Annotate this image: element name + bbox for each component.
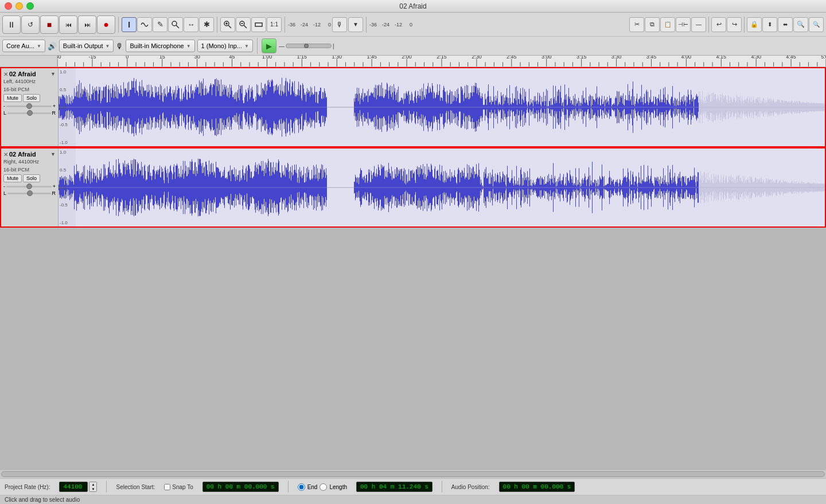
gain-plus-right[interactable]: + [53, 183, 56, 189]
track-left-gain: - + [3, 103, 56, 109]
zoom-tool[interactable] [168, 17, 183, 32]
maximize-button[interactable] [26, 2, 34, 10]
trim-button[interactable]: ⊣⊢ [676, 17, 691, 32]
fit-zoom-button[interactable] [251, 17, 266, 32]
toolbar-area: ⏸ ↺ ■ ⏮ ⏭ ● I ✎ ↔ ✱ [0, 13, 826, 56]
gain-thumb-left[interactable] [26, 103, 32, 109]
rate-slider[interactable] [286, 44, 332, 48]
record-button[interactable]: ● [97, 15, 115, 34]
mic-icon[interactable]: 🎙 [332, 17, 347, 32]
start-time-display: 00 h 00 m 00.000 s [202, 482, 279, 492]
audio-host-dropdown[interactable]: Core Au... ▼ [2, 40, 45, 52]
project-rate-label: Project Rate (Hz): [5, 484, 50, 490]
track-left-waveform[interactable]: 1.0 0.5 0.0 -0.5 -1.0 [59, 68, 825, 146]
pan-slider-right[interactable] [7, 193, 50, 194]
track-right-mute[interactable]: Mute [3, 174, 22, 182]
svg-line-1 [176, 25, 179, 28]
rate-up-btn[interactable]: ▲ [89, 482, 96, 487]
transport-controls: ⏸ ↺ ■ ⏮ ⏭ ● [2, 15, 115, 34]
undo-button[interactable]: ↩ [711, 17, 726, 32]
input-dropdown[interactable]: Built-in Microphone ▼ [126, 40, 194, 52]
speaker-icon: 🔊 [48, 42, 57, 50]
track-right-name: 02 Afraid [9, 151, 49, 158]
snap-to-group: Snap To [164, 484, 193, 490]
audio-position-display: 00 h 00 m 00.000 s [499, 482, 575, 492]
silence-button[interactable]: — [691, 17, 706, 32]
empty-track-area [0, 228, 826, 470]
length-radio[interactable] [320, 483, 327, 491]
skip-back-button[interactable]: ⏮ [59, 15, 77, 34]
status-controls-row: Project Rate (Hz): 44100 ▲ ▼ Selection S… [0, 479, 826, 495]
envelope-tool[interactable] [137, 17, 152, 32]
end-radio[interactable] [298, 483, 305, 491]
project-rate-group: Project Rate (Hz): [5, 484, 50, 490]
close-button[interactable] [5, 2, 12, 10]
gain-slider-right[interactable] [6, 186, 52, 187]
hint-text: Click and drag to select audio [5, 497, 80, 503]
audio-host-label: Core Au... [6, 42, 34, 49]
output-dropdown[interactable]: Built-in Output ▼ [59, 40, 114, 52]
output-arrow: ▼ [106, 44, 110, 49]
pan-thumb-right[interactable] [27, 190, 33, 196]
play-button[interactable]: ▶ [262, 38, 276, 53]
stop-button[interactable]: ■ [40, 15, 59, 34]
zoom-in-tracks-button[interactable]: 🔍 [809, 17, 824, 32]
scrollbar-track[interactable] [1, 471, 825, 477]
snap-to-checkbox[interactable] [164, 484, 170, 490]
redo-button[interactable]: ↪ [727, 17, 742, 32]
mic-dropdown[interactable]: ▼ [348, 17, 363, 32]
input-arrow: ▼ [186, 44, 191, 49]
timeshift-tool[interactable]: ↔ [184, 17, 198, 32]
gain-thumb-right[interactable] [26, 183, 32, 189]
horizontal-scrollbar[interactable] [0, 470, 826, 479]
rewind-button[interactable]: ↺ [21, 15, 40, 34]
pan-l-right: L [3, 190, 6, 196]
zoom-in-button[interactable] [220, 17, 235, 32]
window-controls[interactable] [5, 2, 34, 10]
multi-tool[interactable]: ✱ [199, 17, 214, 32]
track-left: ✕ 02 Afraid ▼ Left, 44100Hz 16-bit PCM M… [0, 67, 826, 147]
sep-r1 [708, 17, 709, 33]
pan-slider-left[interactable] [7, 112, 50, 114]
gain-slider-left[interactable] [6, 106, 52, 107]
track-right-waveform[interactable]: 1.0 0.5 0.0 -0.5 -1.0 [59, 149, 825, 226]
draw-tool[interactable]: ✎ [153, 17, 167, 32]
zoom-fit-horiz-button[interactable]: ⬌ [778, 17, 793, 32]
project-rate-stepper[interactable]: ▲ ▼ [89, 482, 97, 492]
paste-button[interactable]: 📋 [660, 17, 675, 32]
zoom-out-tracks-button[interactable]: 🔍 [793, 17, 808, 32]
track-right-solo[interactable]: Solo [23, 174, 40, 182]
rate-down-btn[interactable]: ▼ [89, 487, 96, 491]
skip-fwd-button[interactable]: ⏭ [78, 15, 96, 34]
copy-button[interactable]: ⧉ [645, 17, 660, 32]
zoom-normal-button[interactable]: 1:1 [267, 17, 282, 32]
track-left-close[interactable]: ✕ [3, 71, 8, 77]
pan-thumb-left[interactable] [27, 110, 33, 116]
separator4 [366, 17, 367, 33]
zoom-controls: 1:1 [220, 17, 282, 32]
zoom-fit-vert-button[interactable]: ⬍ [762, 17, 777, 32]
track-left-mute[interactable]: Mute [3, 94, 22, 102]
window-title: 02 Afraid [399, 2, 426, 10]
timeline-ruler[interactable] [0, 56, 826, 67]
pause-button[interactable]: ⏸ [2, 15, 21, 34]
gain-minus-left[interactable]: - [3, 103, 5, 109]
status-bar: Project Rate (Hz): 44100 ▲ ▼ Selection S… [0, 470, 826, 504]
ruler-canvas [57, 56, 826, 67]
sync-lock-button[interactable]: 🔒 [747, 17, 762, 32]
zoom-out-button[interactable] [236, 17, 251, 32]
channel-dropdown[interactable]: 1 (Mono) Inp... ▼ [197, 40, 253, 52]
db-scale-left: -36 -24 -12 0 [288, 22, 331, 28]
track-right-arrow[interactable]: ▼ [50, 151, 56, 157]
gain-plus-left[interactable]: + [53, 103, 56, 109]
audio-position-group: Audio Position: [451, 484, 490, 490]
track-right-close[interactable]: ✕ [3, 151, 8, 158]
track-right-controls: ✕ 02 Afraid ▼ Right, 44100Hz 16-bit PCM … [1, 149, 59, 226]
cut-button[interactable]: ✂ [629, 17, 644, 32]
rate-thumb[interactable] [304, 44, 309, 48]
track-left-solo[interactable]: Solo [23, 94, 40, 102]
minimize-button[interactable] [15, 2, 23, 10]
track-left-arrow[interactable]: ▼ [50, 71, 56, 77]
gain-minus-right[interactable]: - [3, 183, 5, 189]
select-tool[interactable]: I [122, 17, 137, 32]
